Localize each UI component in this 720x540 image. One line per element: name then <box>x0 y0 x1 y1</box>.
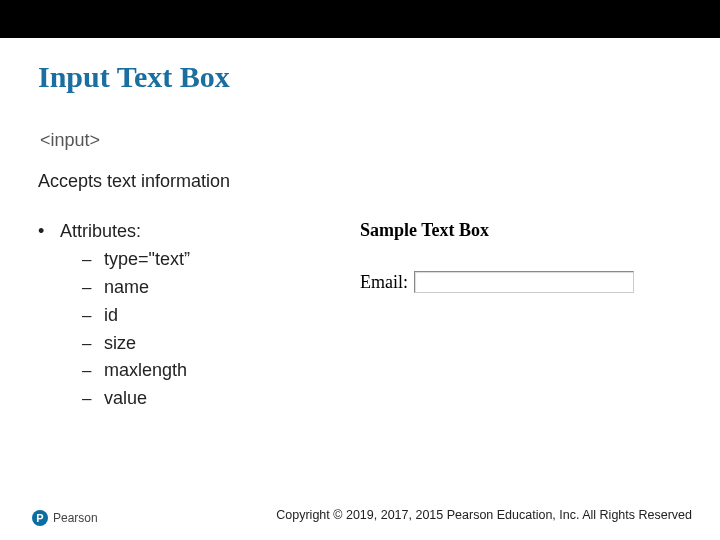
copyright: Copyright © 2019, 2017, 2015 Pearson Edu… <box>276 508 692 522</box>
attribute-label: maxlength <box>104 357 187 385</box>
email-field[interactable] <box>414 271 634 293</box>
description: Accepts text information <box>38 171 682 192</box>
bullet-lead: • Attributes: <box>38 218 360 246</box>
attribute-label: size <box>104 330 136 358</box>
list-item: –id <box>82 302 360 330</box>
list-item: –maxlength <box>82 357 360 385</box>
list-item: –size <box>82 330 360 358</box>
logo-text: Pearson <box>53 511 98 525</box>
list-item: –value <box>82 385 360 413</box>
logo-mark: P <box>32 510 48 526</box>
bullet-dot: • <box>38 218 60 246</box>
slide: Input Text Box <input> Accepts text info… <box>0 38 720 540</box>
bullet-lead-text: Attributes: <box>60 218 141 246</box>
attributes-list: –type="text” –name –id –size –maxlength … <box>82 246 360 413</box>
list-item: –type="text” <box>82 246 360 274</box>
sample-label: Email: <box>360 272 408 293</box>
attribute-label: type="text” <box>104 246 190 274</box>
code-tag: <input> <box>40 130 682 151</box>
list-item: –name <box>82 274 360 302</box>
pearson-logo: P Pearson <box>32 510 98 526</box>
attributes-column: • Attributes: –type="text” –name –id –si… <box>38 218 360 413</box>
content-row: • Attributes: –type="text” –name –id –si… <box>38 218 682 413</box>
slide-title: Input Text Box <box>38 60 682 94</box>
attribute-label: id <box>104 302 118 330</box>
sample-column: Sample Text Box Email: <box>360 218 682 293</box>
attribute-label: value <box>104 385 147 413</box>
attribute-label: name <box>104 274 149 302</box>
sample-heading: Sample Text Box <box>360 220 682 241</box>
